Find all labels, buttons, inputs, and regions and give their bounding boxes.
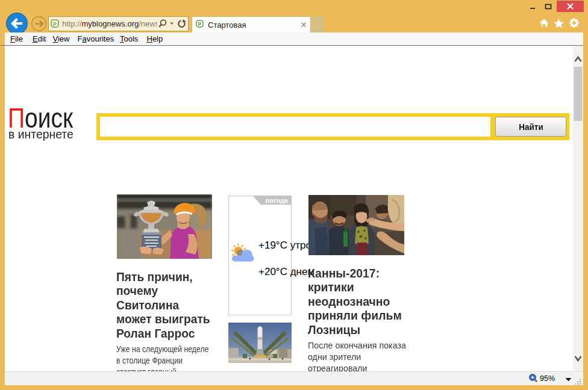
svg-text:P: P (198, 21, 202, 27)
svg-text:P: P (53, 21, 57, 27)
svg-text:погода: погода (266, 197, 289, 204)
